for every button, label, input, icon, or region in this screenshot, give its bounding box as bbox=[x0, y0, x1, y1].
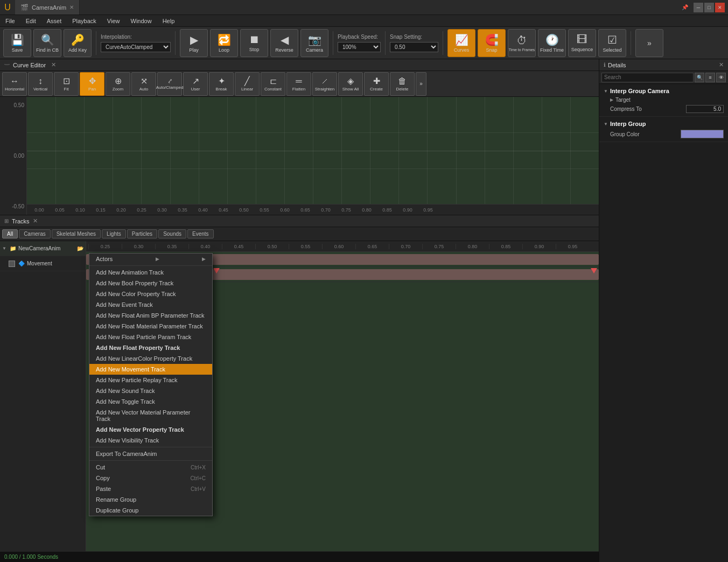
search-button[interactable]: 🔍 bbox=[695, 73, 704, 82]
filter-options-button[interactable]: 👁 bbox=[716, 73, 726, 82]
ctx-add-float-particle[interactable]: Add New Float Particle Param Track bbox=[89, 332, 212, 342]
ctx-rename-group[interactable]: Rename Group bbox=[89, 494, 212, 505]
time-frames-icon: ⏱ bbox=[516, 34, 527, 47]
curve-btn-pan[interactable]: ✥ Pan bbox=[80, 72, 104, 96]
tracks-close[interactable]: ✕ bbox=[33, 217, 38, 224]
snap-button[interactable]: 🧲 Snap bbox=[478, 29, 506, 57]
curve-btn-autoclamped[interactable]: ⤤ Auto/Clamped bbox=[157, 72, 182, 96]
ctx-add-movement[interactable]: Add New Movement Track bbox=[89, 364, 212, 375]
save-button[interactable]: 💾 Save bbox=[3, 29, 31, 57]
ctx-add-vector-property[interactable]: Add New Vector Property Track bbox=[89, 424, 212, 435]
stop-button[interactable]: ⏹ Stop bbox=[240, 29, 268, 57]
curve-btn-horizontal[interactable]: ↔ Horizontal bbox=[2, 72, 27, 96]
ctx-add-vector-material[interactable]: Add New Vector Material Parameter Track bbox=[89, 407, 212, 424]
menu-view[interactable]: View bbox=[102, 15, 125, 26]
curve-btn-showall[interactable]: ◈ Show All bbox=[338, 72, 363, 96]
menu-edit[interactable]: Edit bbox=[20, 15, 41, 26]
maximize-button[interactable]: □ bbox=[704, 3, 714, 12]
ctx-add-linearcolor[interactable]: Add New LinearColor Property Track bbox=[89, 353, 212, 364]
interpolation-select[interactable]: CurveAutoClamped Linear Constant bbox=[101, 42, 171, 52]
curve-editor-panel: 〰 Curve Editor ✕ ↔ Horizontal ↕ Vertical… bbox=[0, 59, 599, 215]
menu-window[interactable]: Window bbox=[125, 15, 157, 26]
curve-editor-icon: 〰 bbox=[4, 62, 10, 68]
curve-editor-close[interactable]: ✕ bbox=[51, 61, 56, 68]
filter-skeletal-meshes[interactable]: Skeletal Meshes bbox=[52, 229, 101, 238]
ctx-actors[interactable]: Actors ▶ bbox=[89, 254, 212, 264]
ctx-copy[interactable]: Copy Ctrl+C bbox=[89, 473, 212, 483]
time-to-frames-button[interactable]: ⏱ Time to Frames bbox=[508, 29, 536, 57]
filter-events[interactable]: Events bbox=[187, 229, 214, 238]
ctx-add-bool[interactable]: Add New Bool Property Track bbox=[89, 278, 212, 289]
expand-button[interactable]: » bbox=[635, 29, 663, 57]
curve-btn-constant[interactable]: ⊏ Constant bbox=[261, 72, 285, 96]
track-check[interactable] bbox=[9, 261, 15, 267]
curve-btn-fit[interactable]: ⊡ Fit bbox=[54, 72, 79, 96]
sequence-button[interactable]: 🎞 Sequence bbox=[568, 29, 596, 57]
window-controls[interactable]: ─ □ ✕ bbox=[694, 3, 728, 12]
menu-playback[interactable]: Playback bbox=[67, 15, 102, 26]
filter-all[interactable]: All bbox=[2, 229, 18, 238]
curve-btn-zoom[interactable]: ⊕ Zoom bbox=[106, 72, 130, 96]
title-tab[interactable]: 🎬 CameraAnim ✕ bbox=[15, 0, 80, 15]
track-row-movement[interactable]: 🔷 Movement bbox=[0, 256, 86, 271]
curve-btn-create[interactable]: ✚ Create bbox=[364, 72, 389, 96]
track-add-icon[interactable]: 📂 bbox=[77, 245, 83, 251]
tab-close-icon[interactable]: ✕ bbox=[69, 4, 74, 10]
ctx-add-particle-replay[interactable]: Add New Particle Replay Track bbox=[89, 375, 212, 385]
filter-particles[interactable]: Particles bbox=[127, 229, 157, 238]
filter-sounds[interactable]: Sounds bbox=[158, 229, 186, 238]
ctx-add-color[interactable]: Add New Color Property Track bbox=[89, 289, 212, 299]
curve-btn-auto[interactable]: ⤧ Auto bbox=[131, 72, 156, 96]
menu-asset[interactable]: Asset bbox=[41, 15, 67, 26]
curve-btn-straighten[interactable]: ⟋ Straighten bbox=[312, 72, 337, 96]
selected-button[interactable]: ☑ Selected bbox=[598, 29, 626, 57]
loop-button[interactable]: 🔁 Loop bbox=[210, 29, 238, 57]
find-in-cb-button[interactable]: 🔍 Find in CB bbox=[33, 29, 61, 57]
curve-btn-break[interactable]: ✦ Break bbox=[209, 72, 234, 96]
fixed-time-button[interactable]: 🕐 Fixed Time bbox=[538, 29, 566, 57]
pin-icon[interactable]: 📌 bbox=[682, 4, 691, 10]
menu-help[interactable]: Help bbox=[157, 15, 180, 26]
snap-setting-select[interactable]: 0.50 1.00 0.25 bbox=[390, 42, 438, 52]
curve-btn-flatten[interactable]: ═ Flatten bbox=[286, 72, 311, 96]
ctx-add-float-anim[interactable]: Add New Float Anim BP Parameter Track bbox=[89, 310, 212, 321]
add-key-button[interactable]: 🔑 Add Key bbox=[64, 29, 92, 57]
ctx-add-float-material[interactable]: Add New Float Material Parameter Track bbox=[89, 321, 212, 332]
section-title-camera[interactable]: ▼ Interp Group Camera bbox=[604, 86, 724, 96]
camera-button[interactable]: 📷 Camera bbox=[300, 29, 328, 57]
prop-expand-icon[interactable]: ▶ bbox=[610, 97, 613, 102]
filter-cameras[interactable]: Cameras bbox=[19, 229, 51, 238]
minimize-button[interactable]: ─ bbox=[694, 3, 703, 12]
curve-btn-linear[interactable]: ╱ Linear bbox=[235, 72, 260, 96]
ctx-duplicate-group[interactable]: Duplicate Group bbox=[89, 505, 212, 516]
curves-button[interactable]: 📈 Curves bbox=[447, 29, 475, 57]
ctx-export[interactable]: Export To CameraAnim bbox=[89, 448, 212, 459]
section-title-group[interactable]: ▼ Interp Group bbox=[604, 119, 724, 129]
ctx-add-event[interactable]: Add New Event Track bbox=[89, 299, 212, 310]
prop-compress-to: Compress To bbox=[604, 104, 724, 114]
curve-btn-user[interactable]: ↗ User bbox=[183, 72, 208, 96]
reverse-button[interactable]: ◀ Reverse bbox=[270, 29, 298, 57]
filter-lights[interactable]: Lights bbox=[102, 229, 126, 238]
curve-main-area[interactable] bbox=[27, 97, 599, 204]
curve-more-button[interactable]: » bbox=[416, 72, 426, 96]
ctx-cut[interactable]: Cut Ctrl+X bbox=[89, 462, 212, 473]
ctx-add-animation[interactable]: Add New Animation Track bbox=[89, 267, 212, 278]
compress-to-input[interactable] bbox=[686, 105, 724, 113]
track-row-newcameraanim[interactable]: ▼ 📁 NewCameraAnim 📂 bbox=[0, 241, 86, 256]
play-button[interactable]: ▶ Play bbox=[180, 29, 208, 57]
playback-speed-select[interactable]: 100% 50% 200% bbox=[338, 42, 381, 52]
details-close[interactable]: ✕ bbox=[719, 61, 724, 68]
color-swatch[interactable] bbox=[681, 130, 724, 138]
ctx-add-visibility[interactable]: Add New Visibility Track bbox=[89, 435, 212, 446]
view-options-button[interactable]: ≡ bbox=[705, 73, 715, 82]
ctx-paste[interactable]: Paste Ctrl+V bbox=[89, 483, 212, 494]
ctx-add-toggle[interactable]: Add New Toggle Track bbox=[89, 396, 212, 407]
search-input[interactable] bbox=[601, 73, 694, 82]
ctx-add-sound[interactable]: Add New Sound Track bbox=[89, 385, 212, 396]
curve-btn-delete[interactable]: 🗑 Delete bbox=[390, 72, 415, 96]
curve-btn-vertical[interactable]: ↕ Vertical bbox=[28, 72, 53, 96]
close-button[interactable]: ✕ bbox=[715, 3, 725, 12]
ctx-add-float-property[interactable]: Add New Float Property Track bbox=[89, 342, 212, 353]
menu-file[interactable]: File bbox=[0, 15, 20, 26]
